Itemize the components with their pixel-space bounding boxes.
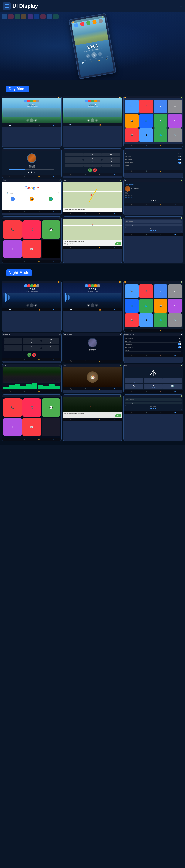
track-2: 华乐_316.mp3 xyxy=(125,194,182,196)
play-btn[interactable]: ⏸ xyxy=(91,52,97,58)
google-status: 11:34 🔋 xyxy=(2,180,61,182)
night-nav1-status: 09:33 🔋 xyxy=(63,395,122,397)
night-nav2-bottom: 📞 🎵 📻 🗺 xyxy=(124,411,183,414)
night-time-1: 20:08 xyxy=(28,288,35,291)
hamburger-icon[interactable]: ≡ xyxy=(180,4,182,8)
end-call-btn[interactable]: 📵 xyxy=(93,168,97,172)
night-nav1-bottom: 📞 🎵 📻 🗺 xyxy=(63,418,122,421)
night-bt-music: Bluetooth_Music ▣ Music Title Music Albu… xyxy=(63,333,122,363)
shortcut-item[interactable]: 🌐 Web xyxy=(42,197,60,203)
day-mode-label: Day Mode xyxy=(6,86,29,92)
night-phone-app[interactable]: 📞 xyxy=(3,398,22,417)
night-bottom-1: 📧 🎵 📻 ⬆ xyxy=(2,308,61,311)
day-mode-section: Day Mode xyxy=(0,80,185,96)
podcast-app[interactable]: 🎙 xyxy=(3,240,22,258)
prev-btn[interactable]: ⏮ xyxy=(86,54,90,58)
day-time-2: 20:08 xyxy=(89,103,96,106)
night-mode-section: Night Mode xyxy=(0,264,185,279)
day-map: 09:33 🔋 📍 Sunny Coffee Modern Restaurant… xyxy=(63,179,122,215)
day-carplay: 18:04 🔋 📞 🎵 💬 🎙 📰 ⋯ 📞 🎵 📻 🗺 xyxy=(2,216,61,263)
svg-rect-2 xyxy=(5,7,9,7)
social-title: SocialMusic xyxy=(125,183,182,185)
call-btn[interactable]: 📞 xyxy=(88,168,92,172)
bt-settings-bottom: 📞 🎵 📻 🗺 xyxy=(124,170,183,173)
auto-answer-toggle[interactable] xyxy=(178,159,181,160)
status-bar-1: 20:08 📶🔋 xyxy=(2,96,61,98)
auto-connect-row: Auto connect xyxy=(125,161,181,164)
device-name-row: Device name CarBT xyxy=(125,153,181,155)
google-search-bar[interactable]: 🔍 Search... xyxy=(5,191,59,195)
shortcut-item[interactable]: G Google xyxy=(4,197,22,203)
night-bt-settings-bottom: 📞 🎵 📻 🗺 xyxy=(124,354,183,357)
night-music-app[interactable]: 🎵 xyxy=(23,398,41,417)
news-app[interactable]: 📰 xyxy=(23,240,41,258)
night-news-app[interactable]: 📰 xyxy=(23,417,41,436)
next-btn[interactable]: ⏭ xyxy=(98,52,102,56)
nav-turn-btn-4[interactable]: ↖ Slight L xyxy=(125,384,143,389)
nav-turn-btn-2[interactable]: ↩ Turn L xyxy=(144,378,163,383)
night-screen-music-1: 20:08 📶🔋 20:08 A soothing silence of nat… xyxy=(2,281,61,332)
menu-icon[interactable] xyxy=(3,2,10,10)
track-3: 华乐_315.mp3 xyxy=(125,196,182,198)
night-nav2-status: 08:01 🔋 xyxy=(124,395,183,397)
track-1: 华乐_315.mp3 xyxy=(125,192,182,194)
night-screen-apps: 📶 🔋 📞 🎵 🗺 ⚙ 🔵 🌐 📷 🎙 🎬 📱 🌐 🔧 📞 ⚙ xyxy=(124,281,183,332)
night-bt-call: Bluetooth_Call ▣ 1 2 3••• 4 5 6 7 8 9 * … xyxy=(2,333,61,363)
night-nav-distance-info: 10/14 ETA 9.0 mi xyxy=(125,398,182,401)
nav-turn-btn-1[interactable]: ⬆ Straight xyxy=(125,378,143,383)
day-bt-call: Bluetooth_Call ▣ 1 2 3••• 4 5 6 7 8 9 * … xyxy=(63,148,122,178)
bt-music-bottom: 📞 🎵 📻 🗺 xyxy=(2,175,61,178)
go-button[interactable]: GO xyxy=(115,243,122,245)
track-info-night: Music Title Music Album Music Artist xyxy=(89,349,96,352)
night-road-screen: 01:34 🔋 xyxy=(2,364,61,393)
nav2-status: 08:01 🔋 xyxy=(124,217,183,219)
google-logo: Google xyxy=(4,186,60,190)
messages-app[interactable]: 💬 xyxy=(42,220,60,239)
nav1-status: 09:33 🔋 xyxy=(63,217,122,219)
map-info: Sunny Coffee Modern Restaurant Turn righ… xyxy=(63,208,122,212)
header-logo: UI Display xyxy=(3,2,38,10)
day-screen-music-1: 20:08 📶🔋 20:08 A soothing silence of nat… xyxy=(2,96,61,147)
more-app[interactable]: ⋯ xyxy=(42,240,60,258)
night-auto-answer-toggle[interactable] xyxy=(178,343,181,345)
album-art-day xyxy=(27,153,36,163)
night-carplay: 18:04 🔋 📞 🎵 💬 🎙 📰 ⋯ 📞 🎵 📻 🗺 xyxy=(2,395,61,441)
night-nav-1: 09:33 🔋 📍 Sunny Coffee Modern Restaurant… xyxy=(63,395,122,441)
night-map-info: Sunny Coffee Modern Restaurant 10:16 ETA… xyxy=(63,412,122,418)
auto-connect-toggle[interactable] xyxy=(178,162,181,164)
day-bottom-bar-1: 📧 🎵 📻 ⬆ xyxy=(2,123,61,127)
carplay-bottom: 📞 🎵 📻 🗺 xyxy=(2,260,61,263)
night-status-bar-2: 20:08 📶🔋 xyxy=(63,281,122,283)
shortcut-item[interactable]: 📷 Photos xyxy=(23,197,41,203)
night-row-2: Bluetooth_Call ▣ 1 2 3••• 4 5 6 7 8 9 * … xyxy=(0,333,185,364)
nav2-bottom: 📞 🎵 📻 🗺 xyxy=(124,234,183,236)
night-messages-app[interactable]: 💬 xyxy=(42,398,60,417)
night-go-button[interactable]: GO xyxy=(115,414,122,417)
google-bottom: 📞 🎵 📻 🗺 xyxy=(2,210,61,213)
night-carplay-bottom: 📞 🎵 📻 🗺 xyxy=(2,438,61,441)
music-app[interactable]: 🎵 xyxy=(23,220,41,239)
nav-turn-btn-3[interactable]: ↪ Turn R xyxy=(163,378,182,383)
night-flower-row: Flower › xyxy=(125,349,181,351)
night-nav-turn-bottom: 📞 🎵 📻 🗺 xyxy=(124,390,183,393)
night-more-app[interactable]: ⋯ xyxy=(42,417,60,436)
nav-start-info: Start on Donglue Road xyxy=(125,224,182,226)
night-bt-settings-status: Bluetooth_Settings ▣ xyxy=(124,333,183,336)
phone-app[interactable]: 📞 xyxy=(3,220,22,239)
day-row-1: 20:08 📶🔋 20:08 A soothing silence of nat… xyxy=(0,96,185,148)
nav-turn-btn-5[interactable]: ↗ Slight R xyxy=(144,384,163,389)
day-time-1: 20:08 xyxy=(28,103,35,106)
night-end-call-btn[interactable]: 📵 xyxy=(32,353,36,357)
day-bt-music: Bluetooth_Music ▣ Music Title Music Albu… xyxy=(2,148,61,178)
day-nav-1: 09:33 🔋 📍 Sunny Coffee Modern Restaurant… xyxy=(63,216,122,263)
map-bottom: 📞 🎵 📻 🗺 xyxy=(63,212,122,215)
night-auto-connect-toggle[interactable] xyxy=(178,346,181,348)
night-podcast-app[interactable]: 🎙 xyxy=(3,417,22,436)
day-row-2: Bluetooth_Music ▣ Music Title Music Albu… xyxy=(0,148,185,179)
night-call-btn[interactable]: 📞 xyxy=(27,353,31,357)
day-nav-2: 08:01 🔋 10/14 ETA 9.0 mi Start on Donglu… xyxy=(124,216,183,263)
night-road-bottom: 📞 🎵 📻 🗺 xyxy=(2,390,61,393)
night-apps-bottom: 📞 ⚙ 📻 🗺 xyxy=(124,329,183,332)
nav-turn-btn-6[interactable]: 🔄 U-turn xyxy=(163,384,182,389)
status-bar-apps: 📶 🔋 xyxy=(124,96,183,98)
